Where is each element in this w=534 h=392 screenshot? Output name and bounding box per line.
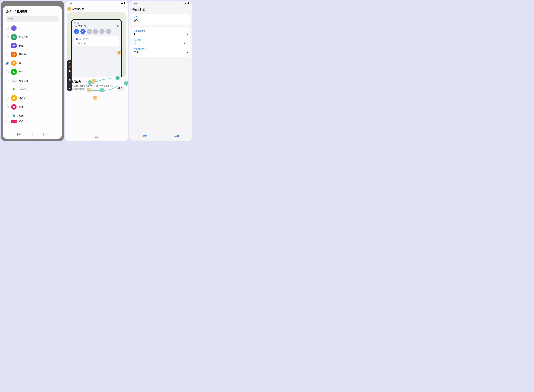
delay-field[interactable]: 1 ms bbox=[134, 33, 188, 37]
app-row[interactable]: 淘 手机淘宝 bbox=[6, 50, 59, 59]
app-row[interactable]: 我的文件 bbox=[6, 94, 59, 103]
gesture-marker: 4 bbox=[124, 81, 128, 86]
lte-label: LTE bbox=[121, 2, 123, 4]
save-button[interactable]: 保存 bbox=[161, 135, 192, 138]
radio[interactable] bbox=[6, 120, 9, 123]
lte-label: LTE bbox=[185, 2, 187, 4]
delay-value: 1 bbox=[134, 33, 135, 35]
next-button[interactable]: 下一个 bbox=[33, 133, 59, 136]
app-row[interactable]: 微信 bbox=[6, 68, 59, 76]
taobao-icon: 淘 bbox=[11, 52, 17, 57]
app-row[interactable]: 提示 bbox=[6, 59, 59, 68]
radio[interactable] bbox=[6, 62, 9, 65]
touch-marker: 3 bbox=[93, 96, 97, 100]
hero-card: 12:45 9月 24日，周 Bixby 日常程序 bbox=[67, 12, 126, 77]
radio[interactable] bbox=[6, 53, 9, 56]
app-row[interactable]: 视频 bbox=[6, 41, 59, 50]
bixby-card: Bixby 日常程序 在家正在运行 bbox=[74, 36, 119, 46]
gear-icon bbox=[117, 25, 119, 27]
pager-text: 2/3 bbox=[95, 135, 98, 138]
app-icon bbox=[11, 120, 17, 123]
interval-field[interactable]: 300 ms bbox=[134, 51, 188, 55]
dialog-footer: 取消 下一个 bbox=[6, 130, 59, 139]
status-icons: LTE bbox=[183, 2, 190, 4]
radio[interactable] bbox=[6, 27, 9, 30]
repeat-value: 20 bbox=[134, 42, 137, 44]
radio[interactable] bbox=[6, 97, 9, 100]
radio[interactable] bbox=[6, 88, 9, 91]
battery-icon bbox=[123, 2, 126, 4]
footer: 取消 保存 bbox=[129, 132, 192, 141]
app-row[interactable]: 文件极客 bbox=[6, 85, 59, 94]
play-icon[interactable] bbox=[69, 61, 71, 63]
touch-marker: 0 bbox=[117, 51, 121, 55]
cancel-button[interactable]: 取消 bbox=[129, 135, 161, 138]
app-row[interactable]: 时钟 bbox=[6, 24, 59, 33]
wifi-icon bbox=[118, 2, 121, 4]
radio[interactable] bbox=[6, 105, 9, 108]
section: 化常用任务 加日常程序，根据您所在的位置和正在做的事来自动 示信息或调整设置。 … bbox=[65, 77, 128, 92]
rotate-toggle bbox=[93, 29, 98, 34]
hero-wrap: 12:45 9月 24日，周 Bixby 日常程序 bbox=[65, 12, 128, 77]
app-list[interactable]: 时钟 世界迷雾 视频 淘 手机淘宝 提示 微信 W 维基百科 文件极客 我的文件… bbox=[6, 24, 59, 130]
battery-icon bbox=[188, 2, 190, 4]
app-row[interactable]: 相机 bbox=[6, 120, 59, 123]
radio[interactable] bbox=[6, 35, 9, 38]
app-row[interactable]: 相册 bbox=[6, 103, 59, 111]
eye-off-icon[interactable] bbox=[69, 79, 71, 81]
app-name: 文件极客 bbox=[19, 88, 28, 91]
macro-toolbar[interactable] bbox=[67, 60, 72, 91]
app-name: 视频 bbox=[19, 44, 24, 47]
fog-icon bbox=[11, 34, 17, 40]
app-row[interactable]: 相册 bbox=[6, 111, 59, 120]
clock-icon bbox=[11, 25, 17, 31]
photos-icon bbox=[11, 113, 17, 118]
radio[interactable] bbox=[6, 44, 9, 47]
app-name: 相册 bbox=[19, 114, 24, 117]
radio[interactable] bbox=[6, 114, 9, 117]
app-row[interactable]: 世界迷雾 bbox=[6, 33, 59, 41]
name-card: 姓名 测试 bbox=[131, 14, 190, 25]
save-icon[interactable] bbox=[69, 83, 71, 85]
mock-date: 9月 24日，周 bbox=[74, 24, 86, 27]
app-name: 提示 bbox=[19, 62, 24, 65]
close-icon[interactable] bbox=[69, 88, 71, 90]
search-placeholder: 搜索 bbox=[9, 18, 13, 20]
status-bar: 11:00 LTE bbox=[129, 1, 192, 5]
minus-icon[interactable] bbox=[69, 70, 71, 72]
pager-next[interactable] bbox=[103, 135, 106, 138]
repeat-field[interactable]: 20 次数 bbox=[134, 42, 188, 46]
page-title: 保存触摸宏 bbox=[132, 8, 189, 11]
name-field[interactable]: 测试 bbox=[134, 19, 188, 23]
radio[interactable] bbox=[6, 79, 9, 82]
bluetooth-toggle bbox=[87, 29, 92, 34]
record-icon[interactable] bbox=[69, 65, 71, 68]
quick-settings bbox=[74, 29, 119, 34]
mock-date-row: 9月 24日，周 bbox=[74, 24, 119, 27]
cancel-button[interactable]: 取消 bbox=[6, 133, 33, 136]
video-icon bbox=[11, 43, 17, 48]
app-name: 时钟 bbox=[19, 27, 24, 30]
mock-time: 12:45 bbox=[74, 22, 119, 24]
app-row[interactable]: W 维基百科 bbox=[6, 76, 59, 85]
refresh-icon[interactable] bbox=[69, 74, 71, 77]
search-input[interactable]: 搜索 bbox=[6, 16, 59, 22]
wifi-toggle bbox=[74, 29, 79, 34]
radio[interactable] bbox=[6, 70, 9, 73]
screen-save-macro: 11:00 LTE 保存触摸宏 姓名 测试 延迟开始时间 1 ms 重复次数 2… bbox=[129, 1, 192, 141]
page-title: 成为高级用户 bbox=[72, 7, 87, 11]
interval-value: 300 bbox=[134, 51, 138, 54]
repeat-label: 重复次数 bbox=[134, 39, 188, 41]
params-card: 延迟开始时间 1 ms 重复次数 20 次数 重复的间隔时间 300 ms bbox=[131, 28, 190, 57]
sound-toggle bbox=[80, 29, 85, 34]
myfiles-icon bbox=[11, 95, 17, 101]
header: 保存触摸宏 bbox=[129, 5, 192, 13]
name-label: 姓名 bbox=[134, 16, 188, 19]
app-name: 维基百科 bbox=[19, 79, 28, 82]
status-bar: 11:00 LTE bbox=[65, 1, 128, 5]
pager-prev[interactable] bbox=[87, 135, 90, 138]
repeat-unit: 次数 bbox=[184, 42, 188, 45]
wifi-icon bbox=[183, 2, 185, 4]
gallery-icon bbox=[11, 104, 17, 110]
status-time: 11:00 bbox=[132, 2, 137, 4]
